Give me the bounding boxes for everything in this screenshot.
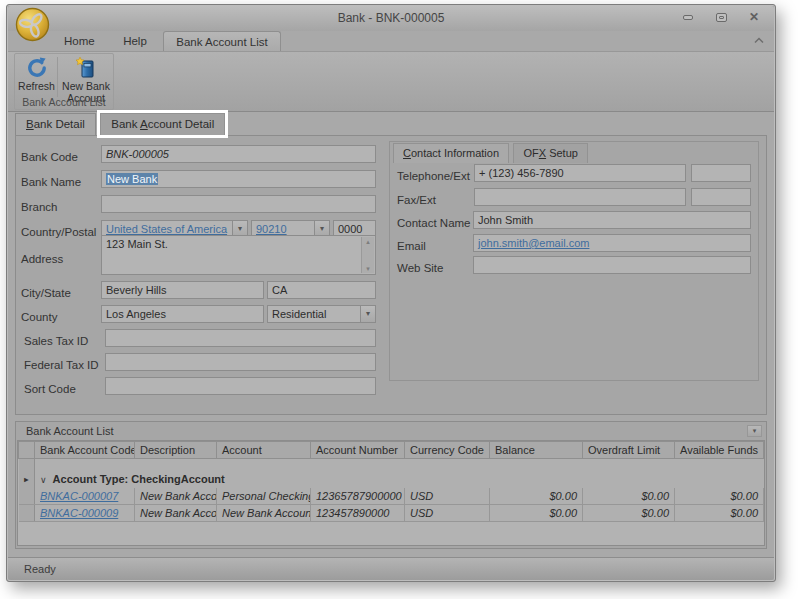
web-site-field[interactable] (473, 256, 751, 274)
cell-balance[interactable]: $0.00 (490, 488, 583, 505)
grid-header-row: Bank Account Code Description Account Ac… (19, 442, 764, 459)
cell-balance[interactable]: $0.00 (490, 505, 583, 522)
scroll-up-icon[interactable]: ▴ (362, 237, 374, 246)
cell-currency-code[interactable]: USD (405, 505, 490, 522)
tab-bank-detail[interactable]: Bank Detail (15, 113, 96, 135)
row-selector-header (19, 442, 35, 459)
column-header-account[interactable]: Account (217, 442, 311, 459)
group-collapse-icon[interactable]: ∨ (40, 475, 47, 485)
minimize-icon (683, 15, 693, 20)
county-field[interactable]: Los Angeles (101, 305, 264, 323)
city-state-label: City/State (21, 287, 71, 299)
grid-row-2[interactable]: BNKAC-000009 New Bank Account New Bank A… (19, 505, 764, 522)
address-field[interactable]: 123 Main St. ▴ ▾ (101, 235, 376, 275)
bank-account-link[interactable]: BNKAC-000007 (40, 490, 118, 502)
refresh-label: Refresh (16, 81, 57, 92)
scroll-down-icon[interactable]: ▾ (362, 264, 374, 273)
sales-tax-label: Sales Tax ID (24, 335, 88, 347)
tab-ofx-setup[interactable]: OFX Setup (513, 143, 587, 163)
panel-dropdown-button[interactable]: ▾ (747, 425, 762, 437)
sort-code-field[interactable] (105, 377, 376, 395)
sales-tax-field[interactable] (105, 329, 376, 347)
ribbon: Refresh New Bank (8, 51, 774, 112)
cell-description[interactable]: New Bank Account (135, 488, 217, 505)
row-pointer-icon: ▸ (19, 471, 35, 488)
address-type-dropdown[interactable]: Residential ▾ (267, 305, 376, 323)
column-header-bank-account-code[interactable]: Bank Account Code (35, 442, 135, 459)
country-postal-label: Country/Postal (21, 226, 96, 238)
cell-bank-account-code[interactable]: BNKAC-000009 (35, 505, 135, 522)
cell-account-number[interactable]: 12365787900000 (311, 488, 405, 505)
selected-text: New Bank (106, 173, 158, 185)
telephone-field[interactable]: + (123) 456-7890 (474, 164, 686, 182)
web-site-label: Web Site (397, 262, 443, 274)
scrollbar[interactable]: ▴ ▾ (361, 237, 374, 273)
close-button[interactable]: ✕ (746, 10, 762, 24)
cell-available-funds[interactable]: $0.00 (675, 488, 764, 505)
email-link[interactable]: john.smith@email.com (478, 237, 589, 249)
cell-available-funds[interactable]: $0.00 (675, 505, 764, 522)
contact-tab-strip: Contact Information OFX Setup (393, 143, 588, 163)
chevron-down-icon[interactable]: ▾ (360, 306, 375, 322)
sort-code-label: Sort Code (24, 383, 76, 395)
ribbon-tab-help[interactable]: Help (111, 31, 159, 51)
bank-name-label: Bank Name (21, 176, 81, 188)
bank-code-label: Bank Code (21, 151, 78, 163)
cell-overdraft-limit[interactable]: $0.00 (583, 488, 675, 505)
tab-bank-account-detail[interactable]: Bank Account Detail (100, 113, 225, 135)
desktop-background: Bank - BNK-000005 ✕ (0, 0, 798, 599)
column-header-account-number[interactable]: Account Number (311, 442, 405, 459)
fax-label: Fax/Ext (397, 194, 436, 206)
grid-row-1[interactable]: BNKAC-000007 New Bank Account Personal C… (19, 488, 764, 505)
refresh-icon (25, 56, 49, 80)
column-header-overdraft-limit[interactable]: Overdraft Limit (583, 442, 675, 459)
new-bank-account-icon (74, 56, 98, 80)
cell-account[interactable]: Personal Checking Acc... (217, 488, 311, 505)
grid-group-row[interactable]: ▸ ∨Account Type: CheckingAccount (19, 471, 764, 488)
group-label: Account Type: CheckingAccount (53, 473, 225, 485)
contact-name-label: Contact Name (397, 217, 471, 229)
column-header-currency-code[interactable]: Currency Code (405, 442, 490, 459)
refresh-button[interactable]: Refresh (16, 56, 57, 92)
status-text: Ready (24, 563, 56, 575)
email-field[interactable]: john.smith@email.com (473, 234, 751, 252)
federal-tax-field[interactable] (105, 353, 376, 371)
column-header-available-funds[interactable]: Available Funds (675, 442, 764, 459)
bank-name-field[interactable]: New Bank (101, 170, 376, 188)
ribbon-group-label: Bank Account List (15, 96, 113, 108)
cell-description[interactable]: New Bank Account (135, 505, 217, 522)
bank-account-link[interactable]: BNKAC-000009 (40, 507, 118, 519)
minimize-button[interactable] (680, 10, 696, 24)
document-tab-strip: Bank Detail Bank Account Detail (15, 113, 225, 135)
tab-contact-information[interactable]: Contact Information (393, 143, 509, 163)
cell-overdraft-limit[interactable]: $0.00 (583, 505, 675, 522)
cell-account-number[interactable]: 123457890000 (311, 505, 405, 522)
ribbon-group-bank-account-list: Refresh New Bank (14, 53, 114, 110)
cell-currency-code[interactable]: USD (405, 488, 490, 505)
chevron-down-icon: ▾ (753, 427, 757, 435)
cell-bank-account-code[interactable]: BNKAC-000007 (35, 488, 135, 505)
maximize-icon (716, 13, 727, 22)
county-label: County (21, 311, 57, 323)
contact-name-field[interactable]: John Smith (473, 211, 751, 229)
telephone-ext-field[interactable] (691, 164, 751, 182)
ribbon-tab-bank-account-list[interactable]: Bank Account List (163, 31, 280, 51)
window-controls: ✕ (680, 10, 762, 24)
fax-ext-field[interactable] (691, 188, 751, 206)
bank-code-field[interactable]: BNK-000005 (101, 145, 376, 163)
maximize-button[interactable] (713, 10, 729, 24)
column-header-description[interactable]: Description (135, 442, 217, 459)
ribbon-collapse-button[interactable] (752, 34, 766, 46)
branch-field[interactable] (101, 195, 376, 213)
status-bar: Ready (8, 557, 774, 580)
state-field[interactable]: CA (267, 281, 376, 299)
email-label: Email (397, 240, 426, 252)
cell-account[interactable]: New Bank Account Code (217, 505, 311, 522)
federal-tax-label: Federal Tax ID (24, 359, 99, 371)
column-header-balance[interactable]: Balance (490, 442, 583, 459)
branch-label: Branch (21, 201, 57, 213)
city-field[interactable]: Beverly Hills (101, 281, 264, 299)
fax-field[interactable] (474, 188, 686, 206)
ribbon-tab-home[interactable]: Home (52, 31, 107, 51)
app-logo-icon[interactable] (15, 7, 50, 42)
